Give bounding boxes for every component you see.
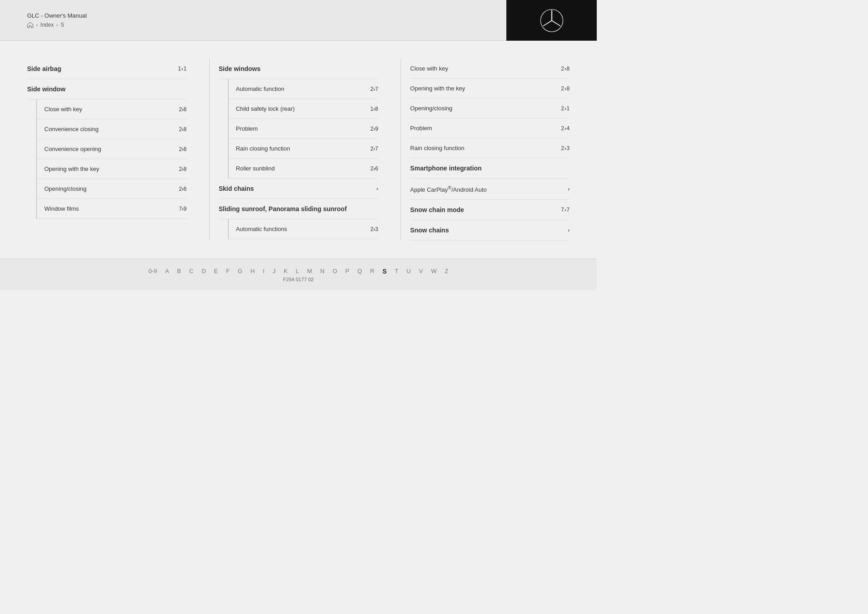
convenience-opening-item[interactable]: Convenience opening 2›8 [37,139,187,159]
opening-with-key-col3-page: 2›8 [561,85,570,92]
close-with-key-col3-label: Close with key [410,65,561,72]
letter-b[interactable]: B [177,268,181,274]
letter-i[interactable]: I [263,268,264,274]
snow-chains-entry[interactable]: Snow chains › [410,220,570,241]
letter-s[interactable]: S [382,268,387,275]
letter-l[interactable]: L [296,268,299,274]
opening-closing-item[interactable]: Opening/closing 2›6 [37,179,187,199]
opening-with-key-col3-entry[interactable]: Opening with the key 2›8 [410,79,570,99]
automatic-function-page: 2›7 [370,86,378,92]
opening-with-key-col3-label: Opening with the key [410,85,561,92]
letter-a[interactable]: A [165,268,169,274]
breadcrumb: › Index › S [27,22,87,28]
side-windows-entry: Side windows [219,59,378,79]
letter-u[interactable]: U [406,268,410,274]
letter-n[interactable]: N [320,268,324,274]
problem-sw-label: Problem [236,125,371,132]
letter-j[interactable]: J [273,268,276,274]
letter-c[interactable]: C [189,268,193,274]
footer: 0-9 A B C D E F G H I J K L M N O P Q R … [0,259,597,290]
letter-w[interactable]: W [431,268,436,274]
rain-closing-sw-label: Rain closing function [236,145,371,152]
side-airbag-page: 1›1 [178,66,187,72]
apple-carplay-entry[interactable]: Apple CarPlay®/Android Auto › [410,179,570,200]
automatic-function-item[interactable]: Automatic function 2›7 [229,79,378,99]
automatic-functions-label: Automatic functions [236,226,371,232]
letter-z[interactable]: Z [445,268,448,274]
child-safety-lock-item[interactable]: Child safety lock (rear) 1›8 [229,99,378,119]
snow-chain-mode-label: Snow chain mode [410,206,561,213]
side-window-entry: Side window [27,79,187,99]
window-films-item[interactable]: Window films 7›9 [37,199,187,219]
letter-o[interactable]: O [333,268,337,274]
child-safety-lock-label: Child safety lock (rear) [236,105,371,112]
sliding-sunroof-entry: Sliding sunroof, Panorama sliding sunroo… [219,199,378,219]
automatic-function-label: Automatic function [236,85,371,92]
letter-r[interactable]: R [370,268,374,274]
letter-f[interactable]: F [226,268,230,274]
letter-d[interactable]: D [202,268,206,274]
opening-closing-col3-page: 2›1 [561,105,570,112]
letter-q[interactable]: Q [358,268,362,274]
opening-closing-col3-label: Opening/closing [410,105,561,112]
side-windows-label: Side windows [219,65,378,72]
close-with-key-item[interactable]: Close with key 2›8 [37,99,187,119]
problem-sw-item[interactable]: Problem 2›9 [229,119,378,139]
roller-sunblind-label: Roller sunblind [236,165,371,172]
snow-chains-page: › [568,227,570,233]
skid-chains-page: › [377,186,378,191]
letter-t[interactable]: T [395,268,398,274]
close-with-key-col3-entry[interactable]: Close with key 2›8 [410,59,570,79]
rain-closing-col3-entry[interactable]: Rain closing function 2›3 [410,138,570,158]
side-airbag-entry[interactable]: Side airbag 1›1 [27,59,187,79]
column-1: Side airbag 1›1 Side window Close with k… [27,59,200,219]
convenience-closing-label: Convenience closing [44,126,179,132]
alphabet-nav: 0-9 A B C D E F G H I J K L M N O P Q R … [148,268,448,275]
rain-closing-col3-label: Rain closing function [410,145,561,151]
letter-v[interactable]: V [419,268,423,274]
side-airbag-label: Side airbag [27,65,178,72]
letter-g[interactable]: G [238,268,242,274]
automatic-functions-item[interactable]: Automatic functions 2›3 [229,219,378,239]
rain-closing-sw-item[interactable]: Rain closing function 2›7 [229,139,378,159]
header: GLC - Owner's Manual › Index › S [0,0,597,41]
sliding-sunroof-subitems: Automatic functions 2›3 [228,219,378,239]
opening-closing-col3-entry[interactable]: Opening/closing 2›1 [410,99,570,118]
side-window-subitems: Close with key 2›8 Convenience closing 2… [36,99,187,219]
opening-with-key-item[interactable]: Opening with the key 2›8 [37,159,187,179]
home-icon[interactable] [27,22,33,28]
convenience-opening-page: 2›8 [179,146,187,152]
problem-col3-entry[interactable]: Problem 2›4 [410,118,570,138]
convenience-closing-item[interactable]: Convenience closing 2›8 [37,119,187,139]
problem-col3-page: 2›4 [561,125,570,132]
letter-e[interactable]: E [214,268,218,274]
breadcrumb-s[interactable]: S [61,22,64,28]
letter-p[interactable]: P [345,268,349,274]
side-windows-subitems: Automatic function 2›7 Child safety lock… [228,79,378,179]
letter-09[interactable]: 0-9 [148,268,157,274]
problem-sw-page: 2›9 [370,126,378,132]
snow-chain-mode-entry[interactable]: Snow chain mode 7›7 [410,200,570,220]
close-with-key-page: 2›8 [179,106,187,113]
divider-2 [401,59,401,241]
close-with-key-label: Close with key [44,106,179,113]
letter-h[interactable]: H [250,268,255,274]
window-films-label: Window films [44,205,179,212]
roller-sunblind-item[interactable]: Roller sunblind 2›6 [229,159,378,179]
rain-closing-col3-page: 2›3 [561,145,570,151]
opening-closing-page: 2›6 [179,186,187,192]
letter-m[interactable]: M [307,268,312,274]
rain-closing-sw-page: 2›7 [370,146,378,152]
breadcrumb-sep2: › [57,23,58,28]
breadcrumb-sep1: › [36,23,38,28]
convenience-opening-label: Convenience opening [44,146,179,152]
letter-k[interactable]: K [284,268,288,274]
smartphone-integration-label: Smartphone integration [410,165,570,172]
skid-chains-entry[interactable]: Skid chains › [219,179,378,199]
index-columns: Side airbag 1›1 Side window Close with k… [27,59,570,241]
close-with-key-col3-page: 2›8 [561,66,570,72]
side-window-label: Side window [27,85,187,93]
convenience-closing-page: 2›8 [179,126,187,132]
automatic-functions-page: 2›3 [370,226,378,232]
breadcrumb-index[interactable]: Index [40,22,53,28]
